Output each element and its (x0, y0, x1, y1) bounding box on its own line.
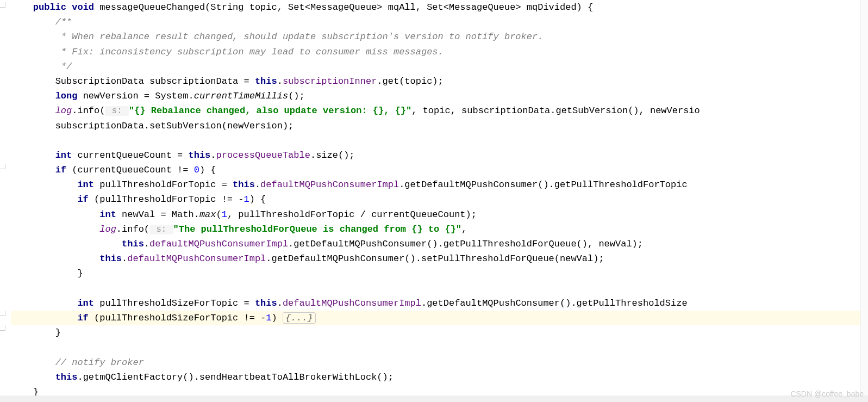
brace-close: } (55, 327, 61, 338)
string-literal: "The pullThresholdForQueue is changed fr… (173, 224, 462, 234)
fold-region[interactable]: {...} (283, 312, 316, 324)
code-line-highlighted[interactable]: if (pullThresholdSizeForTopic != -1) {..… (11, 311, 868, 325)
field-ref: defaultMQPushConsumerImpl (127, 253, 266, 264)
code-line[interactable]: this.defaultMQPushConsumerImpl.getDefaul… (11, 251, 868, 266)
code-line[interactable]: * When rebalance result changed, should … (11, 29, 868, 44)
code-line[interactable]: int newVal = Math.max(1, pullThresholdFo… (11, 207, 868, 222)
number-literal: 0 (194, 165, 199, 175)
code-line[interactable]: public void messageQueueChanged(String t… (11, 0, 868, 15)
keyword-this: this (99, 253, 122, 264)
javadoc-line: * Fix: inconsistency subscription may le… (55, 47, 444, 57)
code-line-empty[interactable] (11, 281, 868, 296)
code-line[interactable]: } (11, 266, 868, 281)
keyword-int: int (77, 298, 94, 308)
gutter-override-marker[interactable] (0, 2, 5, 8)
code-line[interactable]: log.info( s: "The pullThresholdForQueue … (11, 222, 868, 237)
code-line[interactable]: /** (11, 15, 868, 29)
method-name: messageQueueChanged (99, 2, 205, 13)
keyword-this: this (233, 180, 255, 190)
code-line[interactable]: int pullThresholdForTopic = this.default… (11, 177, 868, 192)
keyword-if: if (55, 165, 66, 175)
javadoc-start: /** (55, 17, 72, 27)
keyword-this: this (255, 76, 277, 86)
gutter-override-marker[interactable] (0, 311, 5, 316)
keyword-this: this (122, 239, 144, 249)
gutter-override-marker[interactable] (0, 325, 5, 331)
code-line[interactable]: */ (11, 59, 868, 74)
keyword-this: this (55, 372, 78, 382)
number-literal: 1 (243, 194, 249, 205)
code-line[interactable]: long newVersion = System.currentTimeMill… (11, 89, 868, 103)
static-method: currentTimeMillis (194, 91, 288, 101)
keyword-int: int (99, 209, 116, 220)
keyword-long: long (55, 91, 78, 101)
field-ref: processQueueTable (216, 150, 310, 160)
field-ref: defaultMQPushConsumerImpl (283, 298, 421, 308)
param-hint: s: (149, 225, 173, 234)
field-ref: defaultMQPushConsumerImpl (149, 239, 288, 249)
code-line[interactable]: int currentQueueCount = this.processQueu… (11, 148, 868, 163)
code-line[interactable]: this.defaultMQPushConsumerImpl.getDefaul… (11, 237, 868, 251)
number-literal: 1 (266, 313, 271, 323)
line-comment: // notify broker (55, 357, 144, 368)
number-literal: 1 (222, 209, 227, 220)
code-line[interactable]: log.info( s: "{} Rebalance changed, also… (11, 103, 868, 118)
code-line[interactable]: * Fix: inconsistency subscription may le… (11, 45, 868, 59)
field-ref: subscriptionInner (283, 76, 377, 86)
code-line[interactable]: // notify broker (11, 355, 868, 370)
code-text: SubscriptionData subscriptionData = (55, 76, 255, 86)
horizontal-scrollbar[interactable] (0, 395, 868, 399)
static-method: max (199, 209, 216, 220)
vertical-scrollbar[interactable] (860, 0, 868, 399)
keyword-this: this (255, 298, 277, 308)
keyword-if: if (77, 194, 88, 205)
method-params: (String topic, Set<MessageQueue> mqAll, … (205, 2, 593, 13)
field-ref: defaultMQPushConsumerImpl (260, 180, 399, 190)
javadoc-line: * When rebalance result changed, should … (55, 32, 544, 42)
keyword-int: int (77, 180, 94, 190)
code-line[interactable]: int pullThresholdSizeForTopic = this.def… (11, 296, 868, 311)
code-line[interactable]: SubscriptionData subscriptionData = this… (11, 74, 868, 89)
brace-close: } (77, 268, 83, 279)
watermark: CSDN @coffee_babe (790, 388, 864, 399)
code-editor[interactable]: public void messageQueueChanged(String t… (11, 0, 868, 399)
keyword-void: void (72, 2, 94, 13)
code-line[interactable]: } (11, 325, 868, 340)
gutter-override-marker[interactable] (0, 164, 5, 169)
logger-ref: log (99, 224, 116, 234)
code-line-empty[interactable] (11, 340, 868, 355)
code-line[interactable]: this.getmQClientFactory().sendHeartbeatT… (11, 370, 868, 385)
code-line-empty[interactable] (11, 133, 868, 148)
keyword-public: public (33, 2, 66, 13)
keyword-int: int (55, 150, 72, 160)
string-literal: "{} Rebalance changed, also update versi… (129, 106, 411, 116)
keyword-this: this (188, 150, 210, 160)
code-text: subscriptionData.setSubVersion(newVersio… (55, 121, 294, 131)
keyword-if: if (77, 313, 88, 323)
code-line[interactable]: if (pullThresholdForTopic != -1) { (11, 192, 868, 207)
logger-ref: log (55, 106, 72, 116)
param-hint: s: (105, 106, 129, 116)
code-line[interactable]: subscriptionData.setSubVersion(newVersio… (11, 119, 868, 133)
code-line[interactable]: if (currentQueueCount != 0) { (11, 163, 868, 177)
javadoc-end: */ (55, 61, 72, 72)
